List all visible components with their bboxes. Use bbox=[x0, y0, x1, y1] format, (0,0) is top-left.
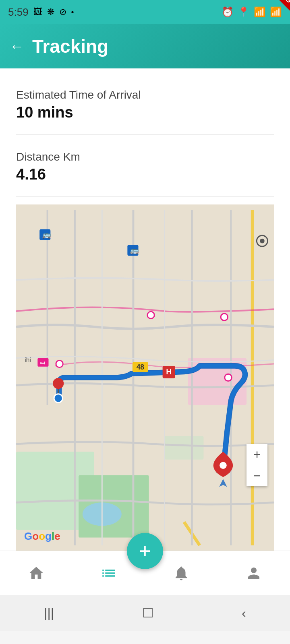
svg-rect-5 bbox=[164, 436, 203, 459]
dot-icon: • bbox=[71, 8, 74, 17]
bottom-nav: + bbox=[0, 551, 290, 595]
photo-icon: 🖼 bbox=[33, 7, 42, 17]
app-bar: ← Tracking bbox=[0, 24, 290, 68]
svg-text:🚌: 🚌 bbox=[42, 230, 51, 239]
nav-bell[interactable] bbox=[173, 565, 190, 582]
svg-text:H: H bbox=[166, 367, 172, 376]
nav-home[interactable] bbox=[28, 565, 45, 582]
location-icon: 📍 bbox=[238, 6, 250, 18]
svg-text:ihi: ihi bbox=[25, 356, 31, 363]
content-area: Estimated Time of Arrival 10 mins Distan… bbox=[0, 68, 290, 551]
status-bar: 5:59 🖼 ❋ ⊘ • ⏰ 📍 📶 📶 bbox=[0, 0, 290, 24]
zoom-out-button[interactable]: − bbox=[246, 465, 267, 486]
status-time: 5:59 bbox=[8, 6, 29, 19]
nav-profile[interactable] bbox=[245, 565, 262, 582]
signal-icon: 📶 bbox=[270, 6, 282, 18]
wheel-icon: ❋ bbox=[47, 7, 54, 17]
system-nav: ||| ☐ ‹ bbox=[0, 595, 290, 631]
distance-row: Distance Km 4.16 bbox=[16, 142, 274, 193]
distance-label: Distance Km bbox=[16, 151, 274, 163]
map-container[interactable]: H 48 🚌 🚌 ihi bbox=[16, 204, 274, 551]
svg-text:🛏: 🛏 bbox=[39, 359, 45, 365]
divider-2 bbox=[16, 196, 274, 196]
svg-point-8 bbox=[53, 378, 64, 389]
eta-label: Estimated Time of Arrival bbox=[16, 89, 274, 101]
zoom-in-button[interactable]: + bbox=[246, 444, 267, 465]
wifi-icon: 📶 bbox=[254, 6, 266, 18]
zoom-controls: + − bbox=[246, 444, 267, 486]
alarm-icon: ⏰ bbox=[222, 6, 234, 18]
distance-value: 4.16 bbox=[16, 166, 274, 183]
svg-point-12 bbox=[220, 462, 226, 469]
block-icon: ⊘ bbox=[59, 7, 66, 17]
back-button[interactable]: ← bbox=[10, 38, 24, 55]
system-back-button[interactable]: ‹ bbox=[242, 606, 246, 621]
svg-point-23 bbox=[260, 239, 265, 244]
divider-1 bbox=[16, 134, 274, 134]
page-title: Tracking bbox=[32, 35, 108, 57]
svg-point-10 bbox=[54, 394, 62, 402]
svg-point-24 bbox=[147, 312, 154, 318]
svg-text:🚌: 🚌 bbox=[130, 246, 139, 255]
svg-point-26 bbox=[56, 360, 63, 367]
svg-point-25 bbox=[221, 314, 228, 320]
google-logo: Google bbox=[24, 530, 60, 543]
eta-row: Estimated Time of Arrival 10 mins bbox=[16, 80, 274, 131]
svg-point-27 bbox=[225, 374, 232, 381]
svg-text:48: 48 bbox=[137, 363, 145, 371]
system-menu-button[interactable]: ||| bbox=[44, 606, 54, 621]
eta-value: 10 mins bbox=[16, 104, 274, 121]
nav-list[interactable] bbox=[100, 565, 117, 582]
system-home-button[interactable]: ☐ bbox=[142, 605, 154, 621]
map-background: H 48 🚌 🚌 ihi bbox=[16, 204, 274, 551]
fab-button[interactable]: + bbox=[127, 533, 163, 569]
